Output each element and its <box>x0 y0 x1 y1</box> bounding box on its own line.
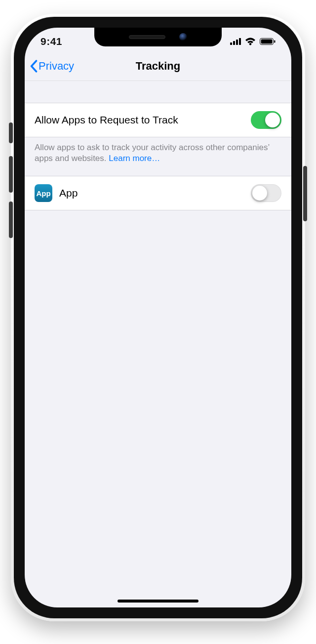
wifi-icon <box>245 38 256 45</box>
svg-rect-6 <box>261 40 273 44</box>
back-button[interactable]: Privacy <box>30 60 74 73</box>
side-power-button <box>303 166 307 221</box>
phone-frame: 9:41 <box>11 14 305 621</box>
svg-rect-7 <box>274 40 276 43</box>
app-icon: App <box>35 184 52 202</box>
allow-tracking-toggle[interactable] <box>251 111 281 129</box>
chevron-left-icon <box>30 60 38 73</box>
phone-screen: 9:41 <box>25 28 291 607</box>
tracking-footer: Allow apps to ask to track your activity… <box>25 137 291 176</box>
app-row: AppApp <box>25 176 291 210</box>
learn-more-link[interactable]: Learn more… <box>109 154 160 163</box>
app-tracking-toggle[interactable] <box>251 184 281 202</box>
toggle-knob <box>252 186 267 201</box>
toggle-knob <box>265 113 280 127</box>
status-indicators <box>230 38 276 45</box>
cellular-icon <box>230 38 241 45</box>
svg-rect-3 <box>239 38 241 45</box>
nav-bar: Privacy Tracking <box>25 51 291 81</box>
svg-rect-1 <box>233 41 235 45</box>
settings-content: Allow Apps to Request to Track Allow app… <box>25 81 291 607</box>
phone-bezel: 9:41 <box>14 17 302 618</box>
back-label: Privacy <box>39 60 74 73</box>
volume-down-button <box>9 201 13 238</box>
svg-rect-2 <box>236 40 238 45</box>
volume-up-button <box>9 156 13 193</box>
allow-tracking-label: Allow Apps to Request to Track <box>35 114 178 126</box>
status-time: 9:41 <box>40 36 62 47</box>
app-tracking-list: AppApp <box>25 176 291 210</box>
mute-switch <box>9 122 13 143</box>
svg-point-4 <box>249 43 251 45</box>
battery-icon <box>260 38 276 45</box>
allow-tracking-row: Allow Apps to Request to Track <box>25 103 291 137</box>
page-title: Tracking <box>136 60 180 73</box>
app-name: App <box>59 187 78 199</box>
home-indicator[interactable] <box>118 600 198 603</box>
svg-rect-0 <box>230 42 232 45</box>
